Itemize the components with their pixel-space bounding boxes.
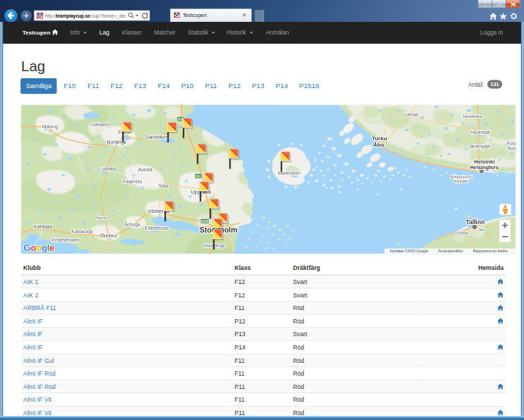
svg-text:Åbo: Åbo	[373, 142, 385, 148]
svg-text:E4: E4	[178, 117, 182, 121]
svg-text:Leksand: Leksand	[92, 122, 110, 127]
svg-text:Malung: Malung	[42, 124, 58, 130]
svg-text:Janakkala: Janakkala	[463, 113, 482, 118]
svg-text:Turku: Turku	[372, 135, 387, 142]
svg-text:Karlskoga: Karlskoga	[72, 229, 93, 235]
svg-text:E18: E18	[201, 219, 208, 223]
svg-text:Kristinehamn: Kristinehamn	[52, 237, 80, 242]
svg-text:Porvo: Porvo	[507, 141, 516, 146]
svg-text:Järvenpää: Järvenpää	[469, 144, 490, 149]
svg-text:Användarvillkor: Användarvillkor	[438, 249, 463, 253]
svg-text:Hyvinkää: Hyvinkää	[470, 130, 489, 135]
svg-text:Nora: Nora	[97, 215, 107, 220]
svg-text:Ludvika: Ludvika	[99, 166, 116, 171]
svg-text:Rapportera ett kartfel: Rapportera ett kartfel	[473, 249, 508, 253]
svg-text:Jüri: Jüri	[478, 228, 485, 232]
svg-text:Sala: Sala	[158, 183, 168, 188]
svg-text:Keila: Keila	[458, 230, 468, 235]
svg-text:Kyrkslätt: Kyrkslätt	[454, 179, 469, 183]
svg-text:Karlstad: Karlstad	[34, 223, 52, 230]
svg-text:E4: E4	[196, 174, 201, 178]
svg-text:Avesta: Avesta	[138, 167, 153, 172]
svg-text:Fagersta: Fagersta	[123, 179, 142, 185]
svg-text:Sandviken: Sandviken	[146, 135, 169, 140]
svg-text:Kartdata ©2016 Google: Kartdata ©2016 Google	[390, 249, 429, 253]
svg-text:G: G	[24, 242, 32, 253]
svg-text:e: e	[49, 242, 55, 253]
svg-text:Örebro: Örebro	[100, 233, 117, 239]
svg-text:Eskilstuna: Eskilstuna	[145, 225, 168, 231]
svg-text:Arboga: Arboga	[125, 222, 140, 228]
svg-text:Huddinge: Huddinge	[204, 243, 225, 249]
svg-text:Loimaa: Loimaa	[404, 112, 418, 117]
svg-text:Helsingfors: Helsingfors	[470, 164, 499, 171]
svg-text:Tallinn: Tallinn	[466, 218, 485, 226]
svg-text:Borgå: Borgå	[508, 146, 516, 152]
